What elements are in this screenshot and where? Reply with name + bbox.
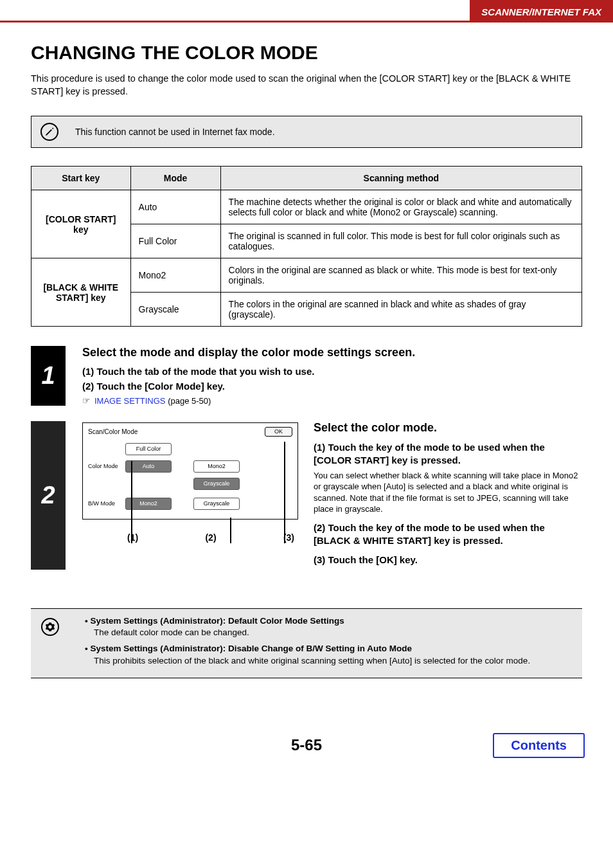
- note-text: This function cannot be used in Internet…: [75, 127, 275, 137]
- panel-label-bwmode: B/W Mode: [88, 501, 125, 507]
- section-header: SCANNER/INTERNET FAX: [470, 0, 613, 23]
- callout-1: (1): [127, 532, 138, 543]
- step1-sub2: (2) Touch the [Color Mode] key.: [82, 381, 582, 392]
- step2-sub1: (1) Touch the key of the mode to be used…: [314, 441, 582, 467]
- contents-button[interactable]: Contents: [493, 733, 585, 758]
- mode-auto: Auto: [130, 190, 220, 224]
- admin-b1-title: System Settings (Administrator): Default…: [90, 616, 344, 626]
- step-number-1: 1: [31, 346, 66, 406]
- note-box: This function cannot be used in Internet…: [31, 116, 582, 148]
- btn-fullcolor[interactable]: Full Color: [125, 443, 172, 455]
- xref-link[interactable]: IMAGE SETTINGS: [94, 396, 166, 406]
- btn-grayscale-b[interactable]: Grayscale: [193, 498, 240, 510]
- th-startkey: Start key: [31, 167, 131, 190]
- step1-sub1: (1) Touch the tab of the mode that you w…: [82, 366, 582, 377]
- ok-button[interactable]: OK: [265, 427, 292, 437]
- step-number-2: 2: [31, 421, 66, 569]
- admin-b1-desc: The default color mode can be changed.: [94, 627, 530, 639]
- btn-grayscale-a[interactable]: Grayscale: [193, 478, 240, 490]
- step1-title: Select the mode and display the color mo…: [82, 346, 582, 359]
- method-fullcolor: The original is scanned in full color. T…: [220, 224, 582, 258]
- btn-mono2-a[interactable]: Mono2: [193, 460, 240, 473]
- admin-b2-title: System Settings (Administrator): Disable…: [90, 644, 412, 653]
- step-1: 1 Select the mode and display the color …: [31, 346, 582, 406]
- step2-title: Select the color mode.: [314, 421, 582, 435]
- modes-table: Start key Mode Scanning method [COLOR ST…: [31, 166, 582, 327]
- pointer-icon: ☞: [82, 395, 91, 406]
- mode-grayscale: Grayscale: [130, 293, 220, 327]
- step-2: 2 Scan/Color Mode OK Color Mode Full Col…: [31, 421, 582, 569]
- callout-line-2: [230, 518, 231, 543]
- step2-sub1-note: You can select whether black & white sca…: [314, 470, 582, 515]
- th-method: Scanning method: [220, 167, 582, 190]
- xref: ☞ IMAGE SETTINGS (page 5-50): [82, 395, 582, 406]
- step2-sub2: (2) Touch the key of the mode to be used…: [314, 521, 582, 548]
- xref-tail: (page 5-50): [166, 396, 211, 406]
- callout-2: (2): [205, 532, 216, 543]
- ui-panel: Scan/Color Mode OK Color Mode Full Color…: [82, 422, 298, 520]
- panel-label-colormode: Color Mode: [88, 464, 125, 469]
- panel-title: Scan/Color Mode: [88, 429, 138, 435]
- method-auto: The machine detects whether the original…: [220, 190, 582, 224]
- admin-b2-desc: This prohibits selection of the black an…: [94, 655, 530, 667]
- method-grayscale: The colors in the original are scanned i…: [220, 293, 582, 327]
- callout-line-1: [131, 461, 132, 543]
- callout-line-3: [284, 442, 285, 543]
- method-mono2: Colors in the original are scanned as bl…: [220, 258, 582, 293]
- btn-mono2-b[interactable]: Mono2: [125, 498, 172, 510]
- key-bwstart: [BLACK & WHITE START] key: [31, 258, 131, 327]
- admin-box: • System Settings (Administrator): Defau…: [31, 608, 582, 679]
- key-colorstart: [COLOR START] key: [31, 190, 131, 258]
- th-mode: Mode: [130, 167, 220, 190]
- page-title: CHANGING THE COLOR MODE: [31, 42, 582, 64]
- mode-fullcolor: Full Color: [130, 224, 220, 258]
- gear-icon: [41, 618, 59, 636]
- intro-text: This procedure is used to change the col…: [31, 73, 582, 98]
- step2-sub3: (3) Touch the [OK] key.: [314, 554, 582, 566]
- page-number: 5-65: [291, 736, 322, 754]
- btn-auto[interactable]: Auto: [125, 460, 172, 473]
- pencil-icon: [40, 123, 58, 141]
- mode-mono2: Mono2: [130, 258, 220, 293]
